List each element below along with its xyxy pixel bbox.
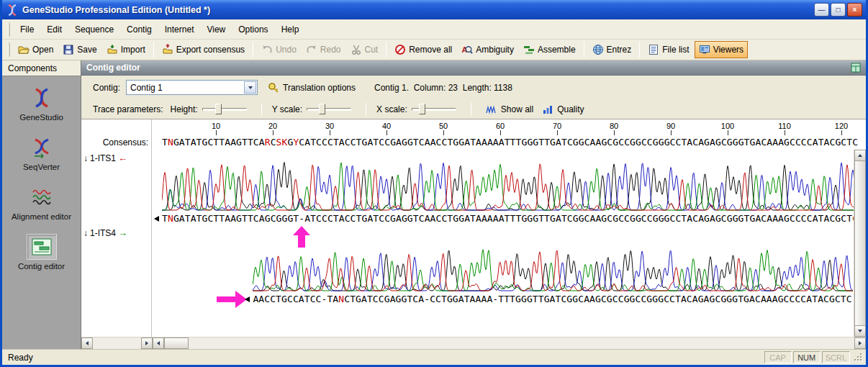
import-button[interactable]: Import — [102, 41, 150, 58]
redo-button[interactable]: Redo — [302, 41, 345, 58]
export-consensus-button[interactable]: Export consensus — [158, 41, 249, 58]
slider-y-scale-[interactable] — [307, 103, 351, 116]
chevron-down-icon[interactable] — [244, 81, 256, 94]
sidebar-item-alignment-editor[interactable]: Alignment editor — [2, 184, 81, 221]
trace-scrollbar[interactable] — [153, 337, 866, 349]
expand-arrow-icon[interactable]: ↓ — [83, 228, 88, 238]
minimize-button[interactable]: — — [814, 3, 829, 17]
ruler-number: 60 — [496, 122, 505, 130]
consensus-label: Consensus: — [81, 135, 151, 150]
chromatogram-area[interactable]: TNGATATGCTTAAGTTCAGCGGGT-ATCCCTACCTGATCC… — [152, 150, 854, 337]
read-sequence-1-its1[interactable]: TNGATATGCTTAAGTTCAGCGGGT-ATCCCTACCTGATCC… — [162, 213, 854, 225]
menu-sequence[interactable]: Sequence — [68, 22, 120, 37]
menu-options[interactable]: Options — [232, 22, 274, 37]
open-button[interactable]: Open — [14, 41, 58, 58]
ruler-number: 90 — [666, 122, 675, 130]
viewers-button[interactable]: Viewers — [695, 41, 748, 58]
sidebar-item-contig-editor[interactable]: Contig editor — [2, 234, 81, 271]
file-list-button[interactable]: File list — [643, 41, 693, 58]
contig-select[interactable]: Contig 1 — [126, 80, 258, 95]
scroll-right-button[interactable] — [141, 337, 153, 349]
status-scrl: SCRL — [822, 351, 850, 363]
scrollbar-track[interactable] — [93, 337, 141, 349]
ambiguity-button[interactable]: AAmbiguity — [457, 41, 518, 58]
consensus-sequence[interactable]: TNGATATGCTTAAGTTCARCSKGYCATCCCTACCTGATCC… — [162, 137, 858, 148]
entrez-icon — [592, 44, 604, 55]
save-button[interactable]: Save — [58, 41, 101, 58]
sidebar-item-seqverter[interactable]: SeqVerter — [2, 135, 81, 171]
menu-contig[interactable]: Contig — [120, 22, 158, 37]
read-sequence-1-its4[interactable]: AACCTGCCATCC-TANCTGATCCGAGGTCA-CCTGGATAA… — [253, 294, 851, 305]
toolbar-button-label: Entrez — [607, 45, 632, 55]
slider-thumb[interactable] — [319, 104, 325, 114]
translation-options-button[interactable]: Translation options — [263, 80, 360, 96]
toolbar-button-label: Ambiguity — [476, 45, 514, 55]
menu-help[interactable]: Help — [275, 22, 306, 37]
slider-thumb[interactable] — [215, 104, 222, 114]
separator — [261, 103, 262, 116]
expand-arrow-icon[interactable]: ↓ — [83, 153, 88, 163]
show-all-button[interactable]: Show all — [482, 101, 538, 117]
read-label-1-its1[interactable]: ↓1-ITS1← — [83, 153, 127, 163]
close-button[interactable]: × — [847, 3, 862, 17]
slider-thumb[interactable] — [419, 104, 425, 114]
trace-view: ↓1-ITS1←↓1-ITS4→ TNGATATGCTTAAGTTCAGCGGG… — [81, 150, 866, 337]
vertical-scrollbar-thumb[interactable] — [854, 161, 866, 325]
scroll-up-button[interactable] — [854, 150, 866, 161]
undo-button[interactable]: Undo — [257, 41, 301, 58]
slider-label-x-scale-: X scale: — [376, 104, 407, 114]
resize-grip[interactable] — [853, 352, 864, 363]
chromatogram-1-its4[interactable] — [253, 240, 853, 292]
chromatogram-1-its1[interactable] — [162, 153, 854, 212]
restore-button[interactable]: □ — [831, 3, 846, 17]
alignment-icon — [27, 184, 57, 210]
menubar-gripper[interactable] — [8, 22, 10, 37]
toolbar-button-label: Undo — [276, 45, 297, 55]
cut-button[interactable]: Cut — [346, 41, 383, 58]
title-bar[interactable]: GeneStudio Professional Edition (Untitle… — [2, 0, 866, 19]
sidebar-item-genestudio[interactable]: GeneStudio — [2, 85, 81, 122]
assemble-button[interactable]: Assemble — [519, 41, 580, 58]
read-label-1-its4[interactable]: ↓1-ITS4→ — [83, 227, 127, 238]
export-icon — [162, 44, 173, 55]
scrollbar-track[interactable] — [189, 337, 854, 349]
menu-file[interactable]: File — [14, 22, 40, 37]
toolbar-separator — [386, 42, 386, 58]
entrez-button[interactable]: Entrez — [588, 41, 636, 58]
sidebar-item-label: SeqVerter — [23, 163, 60, 171]
slider-label-height-: Height: — [171, 104, 198, 114]
contig-label: Contig: — [93, 83, 120, 93]
remove-all-button[interactable]: Remove all — [390, 41, 456, 58]
undo-icon — [261, 44, 273, 55]
direction-arrow-icon: ← — [118, 153, 127, 163]
cut-icon — [351, 44, 362, 55]
scroll-down-button[interactable] — [854, 325, 866, 337]
horizontal-scrollbar-thumb[interactable] — [164, 337, 189, 349]
vertical-scrollbar[interactable] — [854, 150, 866, 337]
toolbar-gripper[interactable] — [8, 42, 10, 57]
app-window: GeneStudio Professional Edition (Untitle… — [0, 0, 868, 367]
redo-icon — [306, 44, 317, 55]
slider-x-scale-[interactable] — [412, 103, 456, 116]
ruler-number: 100 — [721, 122, 734, 130]
slider-height-[interactable] — [202, 103, 247, 116]
scroll-right-button[interactable] — [854, 337, 866, 349]
read-name: 1-ITS4 — [90, 228, 116, 238]
quality-button[interactable]: Quality — [538, 101, 588, 117]
toolbar-button-label: Import — [121, 45, 145, 55]
ruler: 102030405060708090100110120 — [81, 119, 866, 135]
menu-view[interactable]: View — [200, 22, 232, 37]
toolbar-separator — [639, 42, 640, 58]
scroll-left-button[interactable] — [153, 337, 164, 349]
names-scrollbar[interactable] — [81, 337, 153, 349]
toolbar-button-label: Cut — [365, 45, 379, 55]
toolbar-button-label: File list — [662, 45, 689, 55]
scroll-left-button[interactable] — [81, 337, 93, 349]
panel-title: Contig editor — [86, 63, 140, 73]
menu-internet[interactable]: Internet — [158, 22, 201, 37]
ruler-tick — [671, 130, 672, 135]
panel-layout-icon[interactable] — [851, 63, 861, 73]
menu-edit[interactable]: Edit — [40, 22, 68, 37]
ruler-number: 30 — [325, 122, 334, 130]
consensus-area: TNGATATGCTTAAGTTCARCSKGYCATCCCTACCTGATCC… — [152, 135, 866, 150]
